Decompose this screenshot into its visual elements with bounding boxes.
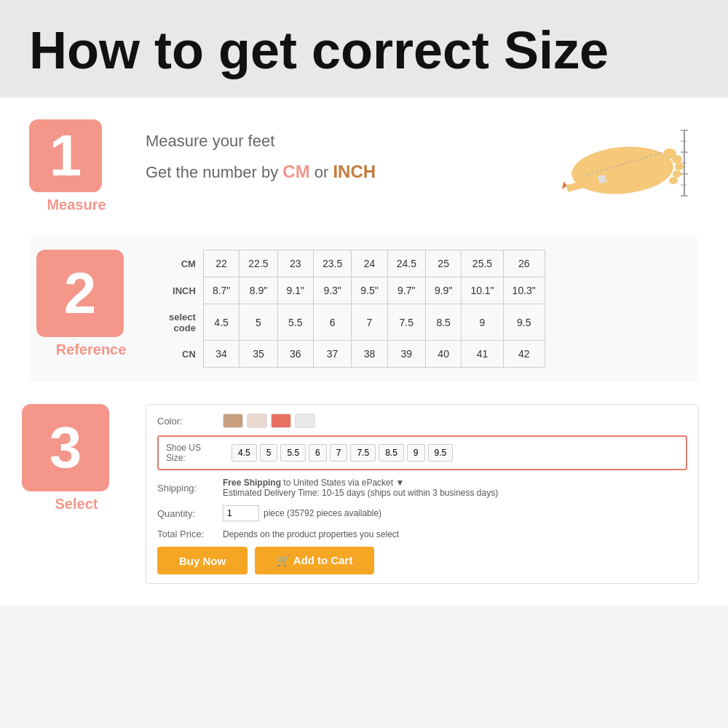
svg-point-8	[569, 143, 675, 198]
table-cell: 8.7"	[203, 277, 239, 304]
table-cell: 25.5	[462, 250, 503, 277]
table-cell: 10.3"	[503, 277, 545, 304]
color-swatch-2[interactable]	[247, 414, 267, 428]
shipping-free: Free Shipping	[223, 478, 281, 488]
table-cell: 9.5"	[352, 277, 387, 304]
add-to-cart-label: Add to Cart	[293, 554, 353, 566]
shipping-text: Free Shipping to United States via ePack…	[223, 478, 498, 498]
table-cell: 35	[240, 341, 277, 368]
table-cell: 5	[240, 304, 277, 341]
table-cell: 9.3"	[314, 277, 352, 304]
table-cell: 23	[277, 250, 313, 277]
total-label: Total Price:	[157, 529, 223, 539]
table-cell: 25	[425, 250, 461, 277]
add-to-cart-button[interactable]: 🛒 Add to Cart	[255, 547, 374, 574]
table-row-cn: CN 34 35 36 37 38 39 40 41 42	[160, 341, 545, 368]
table-cell: 5.5	[277, 304, 313, 341]
color-row: Color:	[157, 414, 687, 428]
size-select-row: Shoe US Size: 4.5 5 5.5 6 7 7.5 8.5 9 9.…	[157, 435, 687, 470]
size-btn-5-5[interactable]: 5.5	[280, 444, 306, 462]
table-cell: 10.1"	[462, 277, 503, 304]
step2-label: Reference	[56, 341, 127, 358]
size-table-wrapper: CM 22 22.5 23 23.5 24 24.5 25 25.5 26 IN…	[160, 250, 684, 368]
table-cell: 9.5	[503, 304, 545, 341]
size-btn-9-5[interactable]: 9.5	[428, 444, 454, 462]
total-text: Depends on the product properties you se…	[223, 529, 399, 539]
step1-label: Measure	[47, 197, 106, 213]
table-cell: 9	[462, 304, 503, 341]
svg-marker-15	[560, 181, 567, 190]
table-cell: 38	[352, 341, 387, 368]
color-swatch-4[interactable]	[295, 414, 315, 428]
table-row-cm: CM 22 22.5 23 23.5 24 24.5 25 25.5 26	[160, 250, 545, 277]
table-cell: 9.7"	[387, 277, 425, 304]
table-cell: 24	[352, 250, 387, 277]
page-title: How to get correct Size	[29, 22, 699, 79]
table-cell: 36	[277, 341, 313, 368]
table-cell: 41	[462, 341, 503, 368]
cm-label: CM	[160, 250, 203, 277]
table-cell: 7	[352, 304, 387, 341]
table-cell: 22	[203, 250, 239, 277]
buy-now-button[interactable]: Buy Now	[157, 547, 248, 574]
shipping-dest: to United States via ePacket	[283, 478, 393, 488]
table-cell: 8.5	[425, 304, 461, 341]
table-row-select-code: select code 4.5 5 5.5 6 7 7.5 8.5 9 9.5	[160, 304, 545, 341]
table-cell: 37	[314, 341, 352, 368]
svg-point-10	[672, 155, 682, 164]
title-bold: Size	[504, 21, 609, 79]
size-btn-5[interactable]: 5	[260, 444, 278, 462]
main-content: 1 Measure Measure your feet Get the numb…	[0, 98, 728, 606]
step2-badge-wrap: 2 Reference	[44, 250, 138, 358]
title-regular: How to get correct	[29, 21, 504, 79]
table-cell: 22.5	[240, 250, 277, 277]
shoe-size-label: Shoe US Size:	[166, 443, 232, 463]
step3-label: Select	[55, 496, 98, 513]
total-row: Total Price: Depends on the product prop…	[157, 529, 687, 539]
table-cell: 34	[203, 341, 239, 368]
table-cell: 39	[387, 341, 425, 368]
action-buttons: Buy Now 🛒 Add to Cart	[157, 547, 687, 574]
table-cell: 4.5	[203, 304, 239, 341]
table-cell: 26	[503, 250, 545, 277]
color-swatch-1[interactable]	[223, 414, 243, 428]
size-btn-6[interactable]: 6	[309, 444, 327, 462]
quantity-row: Quantity: piece (35792 pieces available)	[157, 505, 687, 521]
step2-section: 2 Reference CM 22 22.5 23 23.5 24 24.5 2…	[29, 235, 699, 382]
step1-line1: Measure your feet	[146, 127, 539, 156]
step3-badge: 3	[22, 404, 109, 491]
svg-point-13	[669, 177, 678, 184]
step1-badge: 1	[29, 119, 102, 192]
color-label: Color:	[157, 416, 223, 427]
cn-label: CN	[160, 341, 203, 368]
size-btn-8-5[interactable]: 8.5	[379, 444, 404, 462]
step1-content: Measure your feet Get the number by CM o…	[146, 119, 539, 187]
size-btn-9[interactable]: 9	[407, 444, 425, 462]
foot-illustration	[539, 119, 699, 203]
table-cell: 24.5	[387, 250, 425, 277]
size-btn-7[interactable]: 7	[330, 444, 348, 462]
shipping-label: Shipping:	[157, 483, 223, 494]
table-cell: 23.5	[314, 250, 352, 277]
color-swatch-3[interactable]	[271, 414, 291, 428]
step2-badge: 2	[36, 250, 124, 337]
table-cell: 6	[314, 304, 352, 341]
quantity-available: piece (35792 pieces available)	[264, 508, 381, 518]
step1-line2: Get the number by CM or INCH	[146, 156, 539, 187]
svg-point-11	[675, 163, 684, 170]
table-row-inch: INCH 8.7" 8.9" 9.1" 9.3" 9.5" 9.7" 9.9" …	[160, 277, 545, 304]
cart-icon: 🛒	[277, 554, 290, 566]
step1-section: 1 Measure Measure your feet Get the numb…	[29, 119, 699, 213]
size-reference-table: CM 22 22.5 23 23.5 24 24.5 25 25.5 26 IN…	[160, 250, 545, 368]
svg-point-12	[673, 170, 681, 178]
step3-content: Color: Shoe US Size: 4.5 5 5.5 6 7 7.5 8…	[146, 404, 699, 584]
table-cell: 9.1"	[277, 277, 313, 304]
table-cell: 40	[425, 341, 461, 368]
delivery-text: Estimated Delivery Time: 10-15 days (shi…	[223, 488, 498, 498]
quantity-input[interactable]	[223, 505, 259, 521]
inch-label: INCH	[160, 277, 203, 304]
size-btn-4-5[interactable]: 4.5	[232, 444, 257, 462]
table-cell: 7.5	[387, 304, 425, 341]
step1-badge-wrap: 1 Measure	[29, 119, 124, 213]
size-btn-7-5[interactable]: 7.5	[350, 444, 376, 462]
